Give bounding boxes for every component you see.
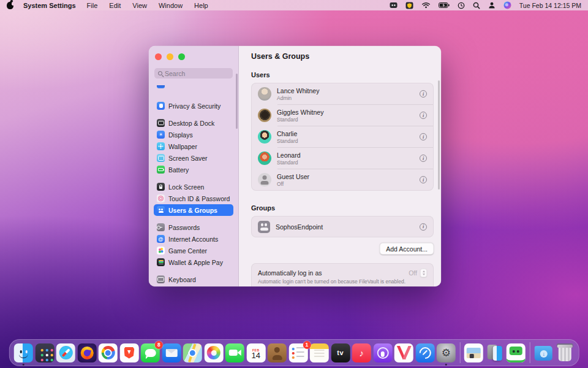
- sidebar-item-trackpad[interactable]: Trackpad: [154, 285, 233, 286]
- dock-item-mail[interactable]: [162, 343, 181, 362]
- siri-icon[interactable]: [503, 1, 511, 9]
- battery-icon[interactable]: [439, 2, 450, 8]
- sidebar-item-passwords[interactable]: Passwords: [154, 221, 233, 233]
- menu-help[interactable]: Help: [194, 2, 208, 9]
- sidebar-item-lock-screen[interactable]: Lock Screen: [154, 181, 233, 193]
- sidebar-item-touch-id-password[interactable]: Touch ID & Password: [154, 193, 233, 204]
- dock-item-facetime[interactable]: [225, 343, 244, 362]
- appletv-label: tv: [337, 349, 344, 356]
- sophos-menu-icon[interactable]: [405, 2, 413, 9]
- mail-icon: [162, 343, 181, 362]
- user-row-guest-user[interactable]: Guest UserOffi: [252, 169, 433, 190]
- dock-item-preview[interactable]: [464, 343, 483, 362]
- avatar: [258, 130, 271, 144]
- user-row-charlie[interactable]: CharlieStandardi: [252, 126, 433, 147]
- dock-item-messages[interactable]: 8: [141, 343, 160, 362]
- menubar-clock[interactable]: Tue Feb 14 12:15 PM: [519, 2, 581, 9]
- sliver-icon: [157, 85, 165, 88]
- menu-file[interactable]: File: [87, 2, 98, 9]
- sidebar-item-users-groups[interactable]: Users & Groups: [154, 204, 233, 216]
- dock-item-calendar[interactable]: FEB14: [246, 343, 265, 362]
- dock-item-launchpad[interactable]: [35, 343, 54, 362]
- search-input[interactable]: Search: [154, 68, 233, 79]
- user-name: Giggles Whitney: [277, 109, 323, 116]
- dock-item-appstore[interactable]: [415, 343, 434, 362]
- info-icon[interactable]: i: [420, 176, 427, 183]
- dock-item-notes[interactable]: [310, 343, 329, 362]
- menubar-status-area: Tue Feb 14 12:15 PM: [390, 1, 581, 9]
- dock-item-firefox[interactable]: [77, 343, 96, 362]
- user-row-giggles-whitney[interactable]: Giggles WhitneyStandardi: [252, 105, 433, 126]
- close-button[interactable]: [155, 53, 162, 60]
- sidebar-item-wallpaper[interactable]: Wallpaper: [154, 140, 233, 152]
- dock-item-migration[interactable]: [485, 343, 504, 362]
- dock-item-photos[interactable]: [204, 343, 223, 362]
- dock-item-maps[interactable]: [183, 343, 202, 362]
- dock-item-brave[interactable]: [119, 343, 138, 362]
- notification-badge: 1: [303, 341, 311, 349]
- sidebar-item-wallet-apple-pay[interactable]: Wallet & Apple Pay: [154, 256, 233, 268]
- user-row-lance-whitney[interactable]: Lance WhitneyAdmini: [252, 83, 433, 104]
- running-indicator: [23, 364, 24, 366]
- avatar: [258, 109, 271, 122]
- sidebar-item-partial[interactable]: [154, 83, 233, 94]
- info-icon[interactable]: i: [420, 90, 427, 98]
- dock-item-reminders[interactable]: 1: [288, 343, 307, 362]
- minimize-button[interactable]: [167, 53, 173, 60]
- dock-item-contacts[interactable]: [268, 343, 287, 362]
- sidebar-scrollbar[interactable]: [236, 74, 238, 129]
- sidebar-item-internet-accounts[interactable]: Internet Accounts: [154, 233, 233, 245]
- user-switch-icon[interactable]: [488, 2, 496, 9]
- dock-item-finder[interactable]: [14, 343, 33, 362]
- group-name: SophosEndpoint: [276, 223, 323, 231]
- info-icon[interactable]: i: [420, 155, 427, 162]
- add-account-button[interactable]: Add Account...: [380, 243, 434, 255]
- zoom-button[interactable]: [178, 53, 185, 60]
- spotlight-icon[interactable]: [473, 2, 480, 9]
- sidebar-item-label: Desktop & Dock: [168, 120, 214, 127]
- dock-item-settings[interactable]: [437, 343, 456, 362]
- sidebar-item-displays[interactable]: Displays: [154, 129, 233, 140]
- dock-item-news[interactable]: [394, 343, 413, 362]
- user-role: Standard: [277, 138, 298, 144]
- time-machine-icon[interactable]: [458, 2, 465, 9]
- info-icon[interactable]: i: [420, 112, 427, 119]
- menu-edit[interactable]: Edit: [109, 2, 121, 9]
- roboform-menu-icon[interactable]: [390, 2, 398, 9]
- wifi-icon[interactable]: [421, 2, 431, 9]
- sidebar-item-keyboard[interactable]: Keyboard: [154, 274, 233, 285]
- content-scrollbar[interactable]: [438, 80, 440, 190]
- user-row-leonard[interactable]: LeonardStandardi: [252, 148, 433, 169]
- sidebar-item-privacy-security[interactable]: Privacy & Security: [154, 100, 233, 112]
- dock-item-downloads[interactable]: [534, 343, 553, 362]
- info-icon[interactable]: i: [420, 133, 427, 140]
- dock-item-appletv[interactable]: tv: [331, 343, 350, 362]
- dock-item-podcasts[interactable]: [373, 343, 392, 362]
- info-icon[interactable]: i: [420, 223, 427, 231]
- calendar-day-label: 14: [252, 352, 260, 359]
- dock-separator: [459, 342, 460, 363]
- notes-icon: [310, 343, 329, 362]
- launchpad-icon: [35, 343, 54, 362]
- apple-menu-icon[interactable]: [7, 2, 13, 9]
- dock-item-roboform[interactable]: [507, 343, 526, 362]
- dock-item-chrome[interactable]: [99, 343, 118, 362]
- sidebar-item-label: Passwords: [168, 224, 200, 231]
- users-card: Lance WhitneyAdminiGiggles WhitneyStanda…: [251, 83, 434, 191]
- dock-item-trash[interactable]: [555, 343, 574, 362]
- group-row-sophosendpoint[interactable]: SophosEndpointi: [252, 217, 433, 237]
- avatar: [258, 151, 271, 165]
- sidebar-item-battery[interactable]: Battery: [154, 164, 233, 175]
- dock-item-music[interactable]: [352, 343, 371, 362]
- sidebar-item-screen-saver[interactable]: Screen Saver: [154, 152, 233, 164]
- sidebar-item-desktop-dock[interactable]: Desktop & Dock: [154, 117, 233, 129]
- appstore-icon: [415, 343, 434, 362]
- menu-window[interactable]: Window: [159, 2, 183, 9]
- sidebar-item-game-center[interactable]: Game Center: [154, 245, 233, 256]
- active-app-name[interactable]: System Settings: [23, 2, 76, 9]
- wallet-icon: [157, 258, 165, 266]
- menu-view[interactable]: View: [132, 2, 147, 9]
- auto-login-stepper[interactable]: Off: [409, 269, 427, 277]
- sidebar-item-label: Battery: [168, 166, 189, 174]
- dock-item-safari[interactable]: [56, 343, 75, 362]
